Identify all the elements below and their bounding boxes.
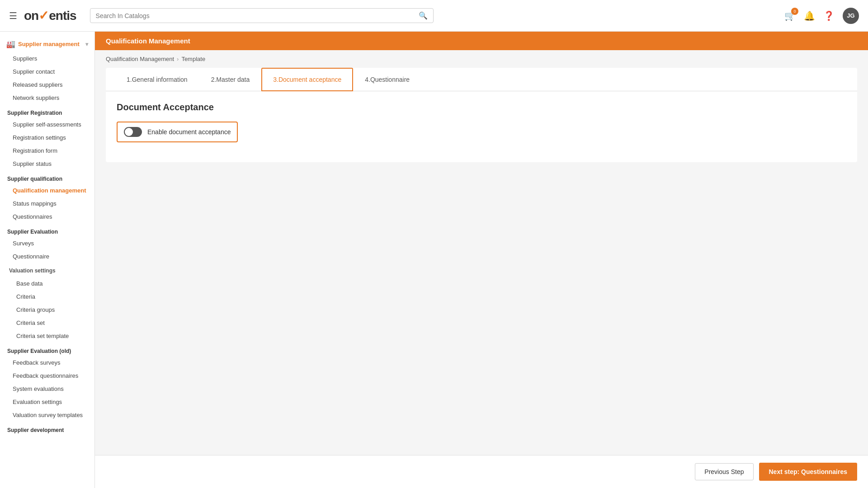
sidebar-item-self-assessments[interactable]: Supplier self-assessments (0, 118, 94, 131)
header-actions: 🛒 0 🔔 ❓ JG (784, 8, 859, 24)
bottom-actions: Previous Step Next step: Questionnaires (95, 455, 868, 488)
sidebar: 🏭 Supplier management ▾ Suppliers Suppli… (0, 32, 95, 488)
logo: on ✓ entis (24, 8, 76, 23)
notification-icon[interactable]: 🔔 (804, 10, 815, 21)
sidebar-section-supplier-registration: Supplier Registration (0, 104, 94, 118)
page-orange-bar-title: Qualification Management (106, 37, 190, 45)
document-acceptance-content: Document Acceptance Enable document acce… (106, 91, 857, 153)
breadcrumb-template: Template (181, 56, 205, 62)
help-icon[interactable]: ❓ (823, 10, 835, 21)
sidebar-section-title: Supplier management (18, 41, 80, 47)
sidebar-item-criteria[interactable]: Criteria (0, 290, 94, 303)
header: ☰ on ✓ entis 🔍 🛒 0 🔔 ❓ JG (0, 0, 868, 32)
cart-icon[interactable]: 🛒 0 (784, 10, 796, 21)
sidebar-section-supplier-evaluation: Supplier Evaluation (0, 223, 94, 237)
hamburger-menu-icon[interactable]: ☰ (9, 10, 17, 21)
page-orange-bar: Qualification Management (95, 32, 868, 50)
tab-master-data[interactable]: 2.Master data (199, 68, 262, 91)
sidebar-item-feedback-questionnaires[interactable]: Feedback questionnaires (0, 369, 94, 382)
sidebar-item-feedback-surveys[interactable]: Feedback surveys (0, 356, 94, 369)
breadcrumb: Qualification Management › Template (95, 50, 868, 68)
content-area: 1.General information 2.Master data 3.Do… (106, 68, 857, 162)
sidebar-item-system-evaluations[interactable]: System evaluations (0, 382, 94, 395)
cart-badge: 0 (791, 8, 798, 15)
sidebar-item-released-suppliers[interactable]: Released suppliers (0, 78, 94, 91)
sidebar-item-criteria-set[interactable]: Criteria set (0, 316, 94, 329)
sidebar-item-suppliers[interactable]: Suppliers (0, 52, 94, 65)
breadcrumb-qualification-management[interactable]: Qualification Management (106, 56, 174, 62)
sidebar-collapse-icon: ▾ (85, 41, 88, 47)
sidebar-item-questionnaire-eval[interactable]: Questionnaire (0, 250, 94, 263)
sidebar-section-valuation-settings: Valuation settings (0, 263, 94, 277)
sidebar-item-qualification-management[interactable]: Qualification management (0, 184, 94, 197)
user-avatar[interactable]: JG (843, 8, 859, 24)
sidebar-section-supplier-qualification: Supplier qualification (0, 170, 94, 184)
tab-questionnaire[interactable]: 4.Questionnaire (353, 68, 421, 91)
tab-document-acceptance[interactable]: 3.Document acceptance (261, 68, 353, 91)
search-icon[interactable]: 🔍 (419, 11, 428, 20)
sidebar-item-registration-settings[interactable]: Registration settings (0, 131, 94, 144)
tabs: 1.General information 2.Master data 3.Do… (106, 68, 857, 91)
sidebar-item-registration-form[interactable]: Registration form (0, 144, 94, 157)
sidebar-top-supplier-management[interactable]: 🏭 Supplier management ▾ (0, 36, 94, 52)
sidebar-item-evaluation-settings[interactable]: Evaluation settings (0, 395, 94, 408)
previous-step-button[interactable]: Previous Step (695, 463, 753, 480)
document-acceptance-title: Document Acceptance (117, 102, 846, 113)
enable-document-acceptance-toggle[interactable] (124, 127, 142, 137)
sidebar-item-questionnaires[interactable]: Questionnaires (0, 210, 94, 223)
sidebar-item-criteria-groups[interactable]: Criteria groups (0, 303, 94, 316)
sidebar-item-supplier-contact[interactable]: Supplier contact (0, 65, 94, 78)
sidebar-section-supplier-evaluation-old: Supplier Evaluation (old) (0, 343, 94, 356)
breadcrumb-separator: › (177, 56, 179, 62)
sidebar-item-criteria-set-template[interactable]: Criteria set template (0, 329, 94, 343)
search-input[interactable] (96, 12, 419, 19)
enable-document-acceptance-row: Enable document acceptance (117, 122, 238, 142)
search-bar[interactable]: 🔍 (90, 8, 434, 23)
sidebar-section-supplier-development: Supplier development (0, 422, 94, 435)
sidebar-item-base-data[interactable]: Base data (0, 277, 94, 290)
main-content: Qualification Management Qualification M… (95, 32, 868, 488)
supplier-management-icon: 🏭 (6, 40, 15, 48)
sidebar-item-network-suppliers[interactable]: Network suppliers (0, 91, 94, 104)
next-step-button[interactable]: Next step: Questionnaires (759, 463, 858, 481)
tab-general-information[interactable]: 1.General information (115, 68, 199, 91)
sidebar-item-surveys[interactable]: Surveys (0, 237, 94, 250)
enable-document-acceptance-label: Enable document acceptance (147, 128, 231, 136)
layout: 🏭 Supplier management ▾ Suppliers Suppli… (0, 32, 868, 488)
sidebar-item-valuation-survey-templates[interactable]: Valuation survey templates (0, 408, 94, 422)
sidebar-item-supplier-status[interactable]: Supplier status (0, 157, 94, 170)
sidebar-item-status-mappings[interactable]: Status mappings (0, 197, 94, 210)
